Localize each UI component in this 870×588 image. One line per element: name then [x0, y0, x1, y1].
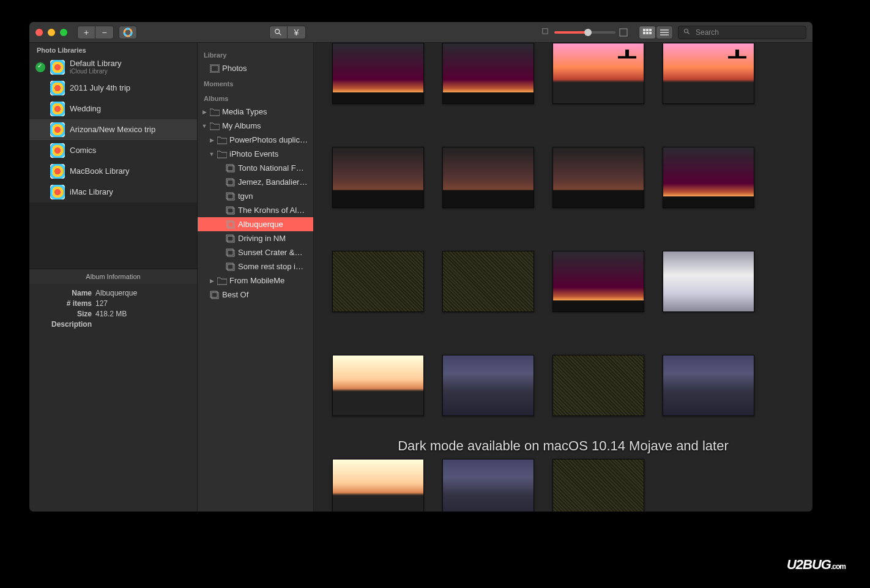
tree-item[interactable]: Tonto National F…	[198, 161, 313, 175]
search-placeholder: Search	[696, 28, 719, 37]
photo-thumbnail[interactable]	[552, 459, 644, 512]
photo-thumbnail[interactable]	[442, 355, 534, 416]
disclosure-icon[interactable]: ▼	[209, 151, 215, 157]
folder-icon	[217, 277, 227, 285]
library-check-icon	[35, 62, 45, 72]
photo-thumbnail[interactable]	[442, 43, 534, 104]
zoom-window-button[interactable]	[60, 29, 67, 36]
svg-rect-10	[646, 32, 649, 34]
disclosure-icon[interactable]: ▼	[201, 123, 207, 129]
minimize-window-button[interactable]	[48, 29, 55, 36]
search-field[interactable]: Search	[678, 26, 806, 39]
album-icon	[226, 178, 236, 187]
photo-thumbnail[interactable]	[442, 251, 534, 312]
tree-item[interactable]: Some rest stop i…	[198, 259, 313, 274]
photo-thumbnail[interactable]	[663, 355, 754, 416]
library-row[interactable]: 2011 July 4th trip	[29, 78, 197, 99]
svg-rect-5	[620, 29, 627, 36]
photos-icon	[210, 64, 220, 73]
svg-point-2	[275, 29, 280, 33]
thumb-small-icon	[542, 28, 551, 37]
photo-thumbnail[interactable]	[663, 147, 754, 208]
photo-thumbnail[interactable]	[332, 43, 424, 104]
tree-item-label: Driving in NM	[238, 234, 286, 243]
photo-thumbnail[interactable]	[663, 43, 754, 104]
tree-item[interactable]: ▼iPhoto Events	[198, 147, 313, 161]
find-duplicates-button[interactable]	[269, 26, 288, 39]
album-info-pane: Album Information NameAlbuquerque # item…	[29, 269, 197, 512]
tree-item-label: Tonto National F…	[238, 163, 304, 173]
svg-point-15	[685, 29, 688, 32]
tree-cat-moments[interactable]: Moments	[198, 75, 313, 90]
photo-thumbnail[interactable]	[552, 355, 644, 416]
photo-thumbnail[interactable]	[442, 459, 534, 512]
info-desc-label: Description	[37, 320, 92, 329]
svg-line-16	[688, 32, 690, 34]
library-icon	[50, 185, 65, 199]
library-row[interactable]: Comics	[29, 140, 197, 161]
album-icon	[226, 192, 236, 201]
photo-thumbnail[interactable]	[332, 355, 424, 416]
album-icon	[210, 291, 220, 299]
library-icon	[50, 122, 65, 137]
tree-item[interactable]: Sunset Crater &…	[198, 245, 313, 259]
info-size-label: Size	[37, 310, 92, 318]
thumbnail-size-slider[interactable]	[542, 28, 628, 37]
photo-thumbnail[interactable]	[442, 147, 534, 208]
tree-item-label: PowerPhotos duplic…	[229, 135, 308, 144]
svg-rect-11	[649, 32, 652, 34]
photo-thumbnail[interactable]	[332, 147, 424, 208]
library-row[interactable]: Default LibraryiCloud Library	[29, 56, 197, 78]
tree-item[interactable]: ▼My Albums	[198, 119, 313, 133]
remove-button[interactable]: −	[95, 26, 114, 39]
tree-item[interactable]: ▶Media Types	[198, 105, 313, 119]
tree-item-label: tgvn	[238, 192, 253, 201]
photos-app-icon[interactable]	[119, 26, 137, 39]
library-row[interactable]: Arizona/New Mexico trip	[29, 119, 197, 140]
folder-icon	[217, 136, 227, 144]
tree-item[interactable]: tgvn	[198, 189, 313, 203]
tree-item[interactable]: Best Of	[198, 288, 313, 302]
tree-item[interactable]: The Krohns of Al…	[198, 203, 313, 217]
photo-thumbnail[interactable]	[663, 251, 754, 312]
titlebar: + − ¥ Search	[29, 22, 812, 43]
photo-thumbnail[interactable]	[332, 459, 424, 512]
tree-item[interactable]: Jemez, Bandalier…	[198, 175, 313, 189]
library-label: Comics	[70, 146, 96, 155]
info-items-label: # items	[37, 299, 92, 308]
tree-item[interactable]: Driving in NM	[198, 231, 313, 245]
photo-thumbnail[interactable]	[552, 251, 644, 312]
close-window-button[interactable]	[35, 29, 43, 36]
library-label: Default LibraryiCloud Library	[70, 59, 122, 75]
watermark: U2BUG.com	[787, 557, 846, 573]
album-icon	[226, 220, 236, 229]
yen-button[interactable]: ¥	[288, 26, 306, 39]
grid-view-button[interactable]	[639, 26, 656, 39]
tree-item-label: iPhoto Events	[229, 149, 278, 158]
list-view-button[interactable]	[656, 26, 673, 39]
tree-item-label: From MobileMe	[229, 276, 284, 285]
tree-cat-albums: Albums	[198, 90, 313, 105]
app-window: + − ¥ Search	[29, 22, 812, 512]
photo-thumbnail[interactable]	[552, 147, 644, 208]
disclosure-icon[interactable]: ▶	[201, 109, 207, 115]
info-size-value: 418.2 MB	[95, 310, 127, 318]
disclosure-icon[interactable]: ▶	[209, 278, 215, 284]
photo-grid-pane[interactable]: Dark mode available on macOS 10.14 Mojav…	[314, 43, 812, 512]
library-row[interactable]: iMac Library	[29, 182, 197, 203]
library-label: Wedding	[70, 105, 101, 113]
tree-item-label: My Albums	[222, 121, 261, 130]
add-button[interactable]: +	[77, 26, 95, 39]
photo-thumbnail[interactable]	[552, 43, 644, 104]
photo-thumbnail[interactable]	[332, 251, 424, 312]
tree-item[interactable]: Albuquerque	[198, 217, 313, 231]
library-row[interactable]: MacBook Library	[29, 161, 197, 182]
disclosure-icon[interactable]: ▶	[209, 137, 215, 143]
svg-rect-7	[646, 29, 649, 31]
tree-item[interactable]: ▶From MobileMe	[198, 274, 313, 288]
library-label: 2011 July 4th trip	[70, 84, 130, 92]
library-row[interactable]: Wedding	[29, 99, 197, 119]
tree-item-photos[interactable]: Photos	[198, 61, 313, 75]
tree-item[interactable]: ▶PowerPhotos duplic…	[198, 133, 313, 147]
svg-rect-6	[643, 29, 645, 31]
